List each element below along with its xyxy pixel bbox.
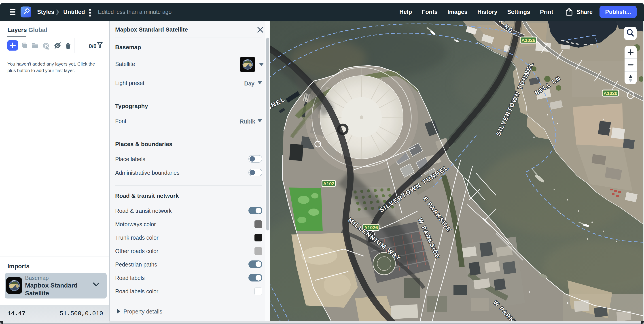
svg-text:A1026: A1026 xyxy=(522,38,535,43)
svg-text:A102: A102 xyxy=(323,181,334,186)
svg-text:A1020: A1020 xyxy=(604,91,618,96)
